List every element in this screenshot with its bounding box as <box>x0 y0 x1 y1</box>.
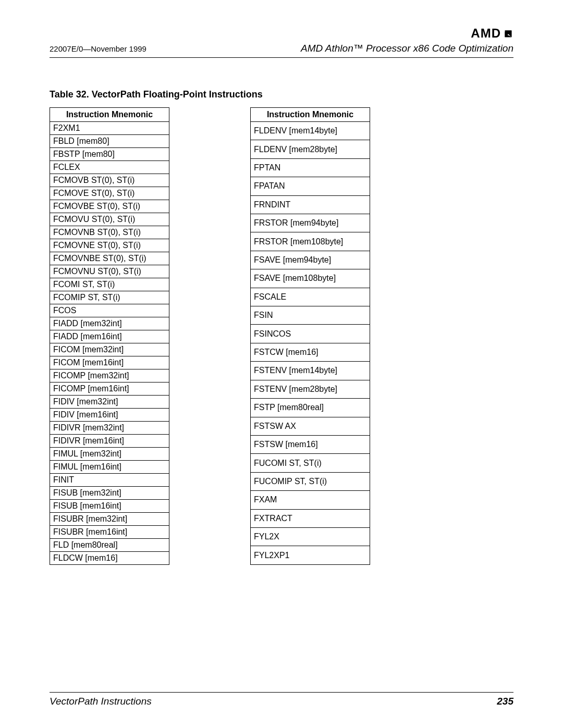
instruction-cell: FIADD [mem16int] <box>50 330 169 343</box>
table-row: FIADD [mem32int] <box>50 317 169 330</box>
table-row: FCOS <box>50 304 169 317</box>
tables-wrap: Instruction Mnemonic F2XM1FBLD [mem80]FB… <box>50 107 513 565</box>
instruction-cell: FCMOVU ST(0), ST(i) <box>50 213 169 226</box>
table-row: FIMUL [mem16int] <box>50 461 169 474</box>
table-row: FICOM [mem32int] <box>50 343 169 356</box>
header: 22007E/0—November 1999 AMD Athlon™ Proce… <box>50 43 513 54</box>
instruction-cell: FUCOMIP ST, ST(i) <box>251 472 370 490</box>
amd-logo: AMD <box>471 26 513 41</box>
instruction-cell: FICOM [mem16int] <box>50 356 169 369</box>
table-row: FCMOVE ST(0), ST(i) <box>50 187 169 200</box>
instruction-cell: FIDIV [mem32int] <box>50 396 169 409</box>
table-row: FSTSW [mem16] <box>251 435 370 453</box>
amd-logo-text: AMD <box>471 26 501 41</box>
table-row: FRNDINT <box>251 195 370 214</box>
instruction-cell: FLDENV [mem14byte] <box>251 122 370 140</box>
table-row: FRSTOR [mem108byte] <box>251 232 370 251</box>
doc-code: 22007E/0—November 1999 <box>50 44 146 53</box>
table-row: FSCALE <box>251 288 370 306</box>
instruction-cell: FICOM [mem32int] <box>50 343 169 356</box>
table-row: FCOMI ST, ST(i) <box>50 278 169 291</box>
instruction-cell: FSAVE [mem94byte] <box>251 251 370 269</box>
instruction-cell: FXAM <box>251 491 370 509</box>
instruction-cell: FCMOVE ST(0), ST(i) <box>50 187 169 200</box>
instruction-cell: FUCOMI ST, ST(i) <box>251 454 370 472</box>
table-row: FLDENV [mem28byte] <box>251 140 370 158</box>
column-header: Instruction Mnemonic <box>50 108 169 122</box>
table-row: FIMUL [mem32int] <box>50 448 169 461</box>
instruction-cell: FISUB [mem16int] <box>50 500 169 513</box>
table-row: FSIN <box>251 306 370 325</box>
table-row: FBSTP [mem80] <box>50 148 169 161</box>
instruction-cell: FISUBR [mem16int] <box>50 526 169 539</box>
instruction-cell: FRSTOR [mem94byte] <box>251 214 370 232</box>
instruction-cell: FRSTOR [mem108byte] <box>251 232 370 251</box>
instruction-cell: FLDCW [mem16] <box>50 552 169 565</box>
footer-section: VectorPath Instructions <box>50 696 152 707</box>
instruction-cell: FYL2XP1 <box>251 546 370 565</box>
instruction-cell: FICOMP [mem32int] <box>50 369 169 382</box>
table-row: FYL2XP1 <box>251 546 370 565</box>
table-row: FLDENV [mem14byte] <box>251 122 370 140</box>
instruction-cell: FPTAN <box>251 158 370 177</box>
instruction-cell: FCOMI ST, ST(i) <box>50 278 169 291</box>
instruction-cell: FSAVE [mem108byte] <box>251 269 370 288</box>
instruction-cell: FXTRACT <box>251 509 370 527</box>
amd-arrow-icon <box>502 28 513 39</box>
instruction-cell: FISUB [mem32int] <box>50 487 169 500</box>
instruction-cell: FCOS <box>50 304 169 317</box>
doc-title: AMD Athlon™ Processor x86 Code Optimizat… <box>301 43 513 54</box>
instruction-cell: FIMUL [mem32int] <box>50 448 169 461</box>
table-row: FCMOVNE ST(0), ST(i) <box>50 239 169 252</box>
table-row: FICOMP [mem16int] <box>50 382 169 396</box>
footer: VectorPath Instructions 235 <box>50 678 513 707</box>
table-row: FSINCOS <box>251 325 370 343</box>
table-row: FLD [mem80real] <box>50 539 169 552</box>
table-row: FLDCW [mem16] <box>50 552 169 565</box>
table-row: FCMOVB ST(0), ST(i) <box>50 174 169 187</box>
instruction-cell: FCMOVNU ST(0), ST(i) <box>50 265 169 278</box>
instruction-cell: FBLD [mem80] <box>50 135 169 148</box>
table-row: FINIT <box>50 474 169 487</box>
footer-rule <box>50 692 513 693</box>
instruction-cell: FCMOVNE ST(0), ST(i) <box>50 239 169 252</box>
instruction-cell: FSTENV [mem14byte] <box>251 362 370 380</box>
table-row: FSTCW [mem16] <box>251 343 370 361</box>
table-row: FCMOVNU ST(0), ST(i) <box>50 265 169 278</box>
table-row: F2XM1 <box>50 122 169 135</box>
table-row: FCMOVBE ST(0), ST(i) <box>50 200 169 213</box>
instruction-cell: FCMOVBE ST(0), ST(i) <box>50 200 169 213</box>
instruction-cell: FINIT <box>50 474 169 487</box>
instruction-table-right: Instruction Mnemonic FLDENV [mem14byte]F… <box>250 107 370 565</box>
table-row: FYL2X <box>251 527 370 546</box>
instruction-cell: FIMUL [mem16int] <box>50 461 169 474</box>
instruction-cell: FIDIVR [mem16int] <box>50 435 169 448</box>
table-row: FISUBR [mem16int] <box>50 526 169 539</box>
column-header: Instruction Mnemonic <box>251 108 370 122</box>
instruction-cell: FLD [mem80real] <box>50 539 169 552</box>
table-row: FSTENV [mem14byte] <box>251 362 370 380</box>
table-row: FCLEX <box>50 161 169 174</box>
instruction-cell: FCMOVNB ST(0), ST(i) <box>50 226 169 239</box>
instruction-cell: FRNDINT <box>251 195 370 214</box>
table-row: FSTP [mem80real] <box>251 399 370 417</box>
table-row: FCMOVNB ST(0), ST(i) <box>50 226 169 239</box>
table-row: FIDIVR [mem32int] <box>50 422 169 435</box>
table-row: FSAVE [mem94byte] <box>251 251 370 269</box>
page-number: 235 <box>497 696 513 707</box>
instruction-table-left: Instruction Mnemonic F2XM1FBLD [mem80]FB… <box>50 107 169 565</box>
instruction-cell: FIADD [mem32int] <box>50 317 169 330</box>
instruction-cell: FCLEX <box>50 161 169 174</box>
table-row: FCOMIP ST, ST(i) <box>50 291 169 304</box>
instruction-cell: FBSTP [mem80] <box>50 148 169 161</box>
instruction-cell: FPATAN <box>251 177 370 195</box>
instruction-cell: FISUBR [mem32int] <box>50 513 169 526</box>
table-row: FCMOVU ST(0), ST(i) <box>50 213 169 226</box>
instruction-cell: F2XM1 <box>50 122 169 135</box>
table-row: FISUBR [mem32int] <box>50 513 169 526</box>
table-row: FXAM <box>251 491 370 509</box>
instruction-cell: FSTENV [mem28byte] <box>251 380 370 398</box>
instruction-cell: FIDIV [mem16int] <box>50 409 169 422</box>
table-row: FSTENV [mem28byte] <box>251 380 370 398</box>
table-row: FSAVE [mem108byte] <box>251 269 370 288</box>
